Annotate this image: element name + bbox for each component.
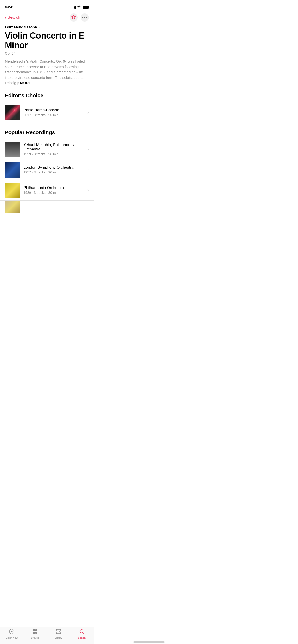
lso-album-art: LSO [5,162,20,178]
svg-point-23 [10,186,15,190]
bottom-art-svg: TCHAIKOVSKY [5,200,20,212]
back-chevron-icon: ‹ [5,15,7,20]
signal-bars-icon [72,5,76,8]
svg-point-4 [9,108,16,116]
svg-text:MENDELSSOHN: MENDELSSOHN [6,183,15,185]
svg-rect-12 [5,152,20,157]
svg-rect-22 [5,182,20,198]
philharmonia-art-svg: MENDELSSOHN [5,182,20,198]
battery-icon [83,6,89,8]
menuhin-art-svg: YEHUDI MENUHIN [5,142,20,157]
signal-bar-3 [74,6,75,8]
menuhin-album-art: YEHUDI MENUHIN [5,142,20,157]
breadcrumb-artist: Felix Mendelssohn [5,25,37,29]
svg-rect-24 [10,190,15,197]
lso-artist: London Symphony Orchestra [24,165,85,170]
svg-rect-14 [5,162,20,178]
svg-rect-2 [5,105,20,120]
svg-text:TCHAIKOVSKY: TCHAIKOVSKY [6,201,14,202]
svg-rect-27 [5,200,20,212]
svg-rect-21 [5,182,20,198]
pablo-chevron-icon: › [87,110,89,115]
philharmonia-chevron-icon: › [87,188,89,192]
svg-line-16 [7,166,18,174]
battery-fill [83,6,88,8]
svg-rect-3 [5,105,20,120]
svg-text:R: R [14,109,15,111]
breadcrumb[interactable]: Felix Mendelssohn › [5,25,89,29]
list-item[interactable]: TCHAIKOVSKY [0,200,94,212]
more-icon: ••• [82,15,88,20]
lso-item-info: London Symphony Orchestra 1957 · 3 track… [24,165,85,174]
svg-point-18 [8,165,17,175]
nav-bar: ‹ Search ••• [0,12,94,24]
svg-rect-9 [5,142,20,157]
list-item[interactable]: LSO London Symphony Orchestra 1957 · 3 t… [0,160,94,180]
svg-marker-1 [72,15,76,19]
svg-line-17 [6,167,19,170]
signal-bar-1 [72,8,72,8]
bottom-album-art: TCHAIKOVSKY [5,200,20,212]
svg-rect-11 [5,142,20,146]
svg-rect-25 [5,182,20,185]
more-link[interactable]: MORE [20,81,31,85]
svg-point-0 [79,8,79,8]
svg-point-19 [14,164,19,168]
signal-bar-4 [75,6,76,8]
description-text: Mendelssohn's Violin Concerto, Op. 64 wa… [5,59,85,85]
back-button[interactable]: ‹ Search [5,15,20,20]
scroll-content: Felix Mendelssohn › Violin Concerto in E… [0,25,94,236]
status-bar: 09:41 [0,0,94,10]
signal-bar-2 [73,7,73,8]
menuhin-artist: Yehudi Menuhin, Philharmonia Orchestra [24,143,85,152]
work-description: Mendelssohn's Violin Concerto, Op. 64 wa… [5,59,89,86]
svg-point-6 [13,107,17,112]
lso-subtitle: 1957 · 3 tracks · 26 min [24,170,85,174]
philharmonia-album-art: MENDELSSOHN [5,182,20,198]
wifi-icon [77,5,81,9]
svg-text:YEHUDI MENUHIN: YEHUDI MENUHIN [6,154,16,156]
editors-choice-item[interactable]: R Pablo Heras-Casado 2017 · 3 tracks · 2… [0,102,94,123]
list-item[interactable]: MENDELSSOHN Philharmonia Orchestra 1989 … [0,180,94,200]
menuhin-subtitle: 1959 · 3 tracks · 26 min [24,152,85,156]
pablo-album-art: R [5,105,20,120]
more-button[interactable]: ••• [81,14,89,22]
pablo-artist: Pablo Heras-Casado [24,108,85,112]
status-icons [72,5,89,9]
philharmonia-subtitle: 1989 · 3 tracks · 30 min [24,191,85,194]
menuhin-chevron-icon: › [87,147,89,152]
nav-actions: ••• [70,14,89,22]
lso-art-svg: LSO [5,162,20,178]
svg-rect-8 [5,142,20,157]
philharmonia-item-info: Philharmonia Orchestra 1989 · 3 tracks ·… [24,186,85,194]
star-icon [71,14,76,20]
pablo-item-info: Pablo Heras-Casado 2017 · 3 tracks · 25 … [24,108,85,117]
svg-rect-28 [5,200,20,212]
content-area: Felix Mendelssohn › Violin Concerto in E… [0,25,94,86]
status-time: 09:41 [5,5,14,9]
editors-choice-section: Editor's Choice R Pablo Heras-Casado 201… [0,92,94,123]
list-item[interactable]: YEHUDI MENUHIN Yehudi Menuhin, Philharmo… [0,140,94,160]
popular-recordings-section: Popular Recordings [0,130,94,212]
opus-label: Op. 64 [5,51,89,55]
pablo-subtitle: 2017 · 3 tracks · 25 min [24,113,85,117]
editors-choice-title: Editor's Choice [0,92,94,99]
page-title: Violin Concerto in E Minor [5,31,89,50]
back-label: Search [8,15,20,20]
favorite-button[interactable] [70,14,78,22]
philharmonia-artist: Philharmonia Orchestra [24,186,85,190]
svg-rect-5 [9,114,16,119]
breadcrumb-chevron-icon: › [38,25,40,29]
popular-recordings-title: Popular Recordings [0,130,94,136]
pablo-art-svg: R [5,105,20,120]
svg-rect-15 [5,162,20,178]
svg-rect-10 [5,142,20,157]
svg-text:LSO: LSO [15,166,18,167]
lso-chevron-icon: › [87,167,89,172]
menuhin-item-info: Yehudi Menuhin, Philharmonia Orchestra 1… [24,143,85,156]
